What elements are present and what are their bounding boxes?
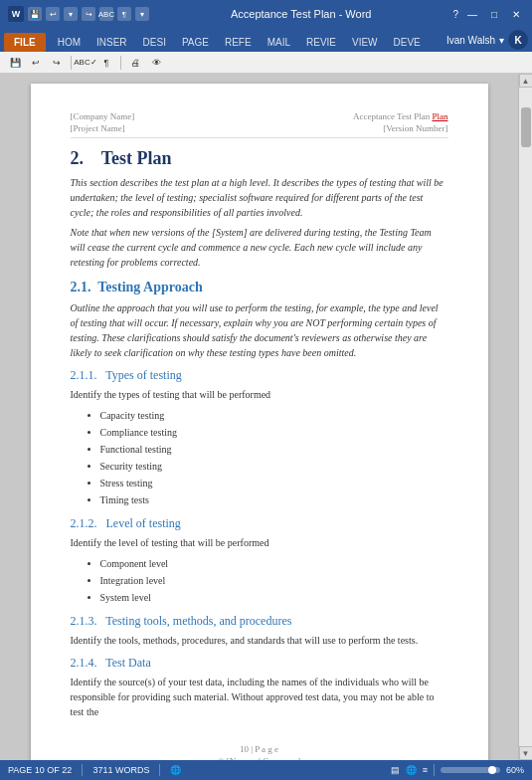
- toolbar-save-btn[interactable]: 💾: [6, 54, 24, 72]
- zoom-level: 60%: [506, 765, 524, 775]
- tab-review[interactable]: REVIE: [298, 33, 344, 52]
- print-layout-btn[interactable]: ▤: [391, 765, 400, 775]
- tab-page[interactable]: PAGE: [174, 33, 217, 52]
- page-count: PAGE 10 OF 22: [8, 765, 72, 775]
- list-item: Component level: [100, 555, 448, 572]
- toolbar-view-btn[interactable]: 👁: [147, 54, 165, 72]
- tab-dev[interactable]: DEVE: [386, 33, 429, 52]
- section211-heading: 2.1.1. Types of testing: [71, 368, 448, 383]
- status-sep-1: [82, 764, 83, 776]
- section21-heading: 2.1. Testing Approach: [71, 280, 448, 295]
- maximize-button[interactable]: □: [486, 6, 502, 22]
- ribbon-tabs: FILE HOM INSER DESI PAGE REFE MAIL REVIE…: [0, 28, 532, 52]
- toolbar-sep-2: [120, 56, 121, 70]
- undo-quick-icon[interactable]: ↩: [46, 7, 60, 21]
- toolbar-redo-btn[interactable]: ↪: [48, 54, 66, 72]
- footer-company: © [Name of Company]: [218, 756, 301, 760]
- toolbar-spell-btn[interactable]: ABC✓: [77, 54, 94, 72]
- window-title: Acceptance Test Plan - Word: [149, 8, 452, 20]
- title-bar-left: W 💾 ↩ ▾ ↪ ABC ¶ ▾: [8, 6, 149, 22]
- status-sep-2: [159, 764, 160, 776]
- section214-body: Identify the source(s) of your test data…: [71, 675, 448, 719]
- list-item: Integration level: [100, 572, 448, 589]
- project-name-label: [Project Name]: [71, 123, 135, 133]
- list-item: Functional testing: [100, 441, 448, 458]
- language-icon: 🌐: [170, 765, 181, 775]
- section212-intro: Identify the level of testing that will …: [71, 535, 448, 550]
- scrollbar-vertical[interactable]: ▲ ▼: [518, 74, 532, 760]
- section21-body: Outline the approach that you will use t…: [71, 300, 448, 360]
- tab-mail[interactable]: MAIL: [260, 33, 298, 52]
- word-icon: W: [8, 6, 24, 22]
- outline-layout-btn[interactable]: ≡: [423, 765, 428, 775]
- section212-heading: 2.1.2. Level of testing: [71, 516, 448, 531]
- minimize-button[interactable]: —: [464, 6, 480, 22]
- toolbar-undo-btn[interactable]: ↩: [27, 54, 45, 72]
- tab-design[interactable]: DESI: [135, 33, 174, 52]
- section214-heading: 2.1.4. Test Data: [71, 656, 448, 671]
- word-count: 3711 WORDS: [92, 765, 149, 775]
- zoom-slider[interactable]: [441, 767, 500, 773]
- redo-quick-icon[interactable]: ↪: [82, 7, 95, 21]
- section2-note: Note that when new versions of the [Syst…: [71, 225, 448, 270]
- scroll-thumb[interactable]: [521, 107, 531, 147]
- scroll-up-btn[interactable]: ▲: [519, 74, 533, 88]
- tab-file[interactable]: FILE: [4, 33, 46, 52]
- page-wrapper: [Company Name] [Project Name] Acceptance…: [0, 74, 518, 760]
- save-quick-icon[interactable]: 💾: [28, 7, 42, 21]
- status-bar: PAGE 10 OF 22 3711 WORDS 🌐 ▤ 🌐 ≡ 60%: [0, 760, 532, 780]
- user-name: Ivan Walsh: [446, 35, 495, 46]
- company-name-label: [Company Name]: [71, 111, 135, 121]
- title-bar-controls: ? — □ ✕: [452, 6, 524, 22]
- section2-heading: 2. Test Plan: [71, 148, 448, 169]
- zoom-thumb[interactable]: [488, 766, 496, 774]
- tab-references[interactable]: REFE: [217, 33, 260, 52]
- scroll-track[interactable]: [519, 88, 532, 746]
- section2-intro: This section describes the test plan at …: [71, 175, 448, 220]
- toolbar-dropdown-icon[interactable]: ▾: [135, 7, 149, 21]
- section212-list: Component level Integration level System…: [100, 555, 448, 606]
- tab-insert[interactable]: INSER: [89, 33, 135, 52]
- title-bar: W 💾 ↩ ▾ ↪ ABC ¶ ▾ Acceptance Test Plan -…: [0, 0, 532, 28]
- footer-page: 10 | P a g e: [240, 744, 278, 754]
- toolbar-format-btn[interactable]: ¶: [97, 54, 115, 72]
- undo-dropdown-icon[interactable]: ▾: [64, 7, 78, 21]
- version-label: [Version Number]: [383, 123, 447, 133]
- spellcheck-icon[interactable]: ABC: [99, 7, 113, 21]
- status-sep-3: [434, 764, 435, 776]
- tab-view[interactable]: VIEW: [344, 33, 386, 52]
- close-button[interactable]: ✕: [508, 6, 524, 22]
- list-item: Compliance testing: [100, 424, 448, 441]
- doc-title-label: Acceptance Test Plan Plan: [353, 111, 447, 121]
- list-item: Timing tests: [100, 491, 448, 508]
- list-item: Capacity testing: [100, 407, 448, 424]
- doc-footer: 10 | P a g e © [Name of Company]: [31, 744, 488, 760]
- status-right: ▤ 🌐 ≡ 60%: [391, 764, 524, 776]
- user-badge: K: [508, 30, 528, 50]
- toolbar-print-btn[interactable]: 🖨: [126, 54, 144, 72]
- format-icon[interactable]: ¶: [117, 7, 131, 21]
- help-button[interactable]: ?: [452, 9, 458, 20]
- section213-body: Identify the tools, methods, procedures,…: [71, 633, 448, 648]
- document-area: [Company Name] [Project Name] Acceptance…: [0, 74, 532, 760]
- list-item: Security testing: [100, 458, 448, 475]
- header-right: Acceptance Test Plan Plan [Version Numbe…: [353, 111, 447, 133]
- section211-intro: Identify the types of testing that will …: [71, 387, 448, 402]
- scroll-down-btn[interactable]: ▼: [519, 746, 533, 760]
- toolbar: 💾 ↩ ↪ ABC✓ ¶ 🖨 👁: [0, 52, 532, 74]
- user-area: Ivan Walsh ▾ K: [446, 30, 528, 52]
- section213-heading: 2.1.3. Testing tools, methods, and proce…: [71, 614, 448, 629]
- doc-header: [Company Name] [Project Name] Acceptance…: [71, 111, 448, 138]
- list-item: System level: [100, 589, 448, 606]
- header-left: [Company Name] [Project Name]: [71, 111, 135, 133]
- section211-list: Capacity testing Compliance testing Func…: [100, 407, 448, 508]
- web-layout-btn[interactable]: 🌐: [406, 765, 417, 775]
- toolbar-sep-1: [71, 56, 72, 70]
- list-item: Stress testing: [100, 475, 448, 491]
- document-page: [Company Name] [Project Name] Acceptance…: [31, 84, 488, 760]
- tab-home[interactable]: HOM: [50, 33, 89, 52]
